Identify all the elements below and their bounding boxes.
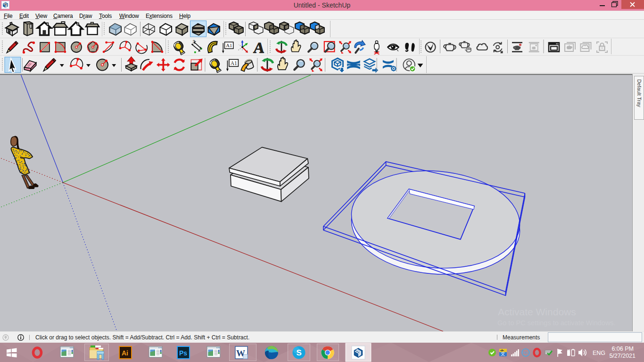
svg-text:Ps: Ps — [179, 349, 187, 357]
svg-text:5/27/2021: 5/27/2021 — [609, 353, 636, 359]
svg-text:ENG: ENG — [593, 350, 605, 356]
svg-text:W: W — [236, 348, 245, 358]
svg-text:S: S — [297, 348, 302, 357]
svg-text:文: 文 — [501, 351, 505, 356]
svg-text:Go to PC settings to activate: Go to PC settings to activate Windows. — [497, 319, 616, 327]
svg-text:Activate Windows: Activate Windows — [498, 306, 576, 317]
svg-text:Ai: Ai — [122, 349, 128, 357]
svg-text:6:06 PM: 6:06 PM — [611, 346, 634, 352]
svg-text:DELL: DELL — [522, 351, 529, 354]
